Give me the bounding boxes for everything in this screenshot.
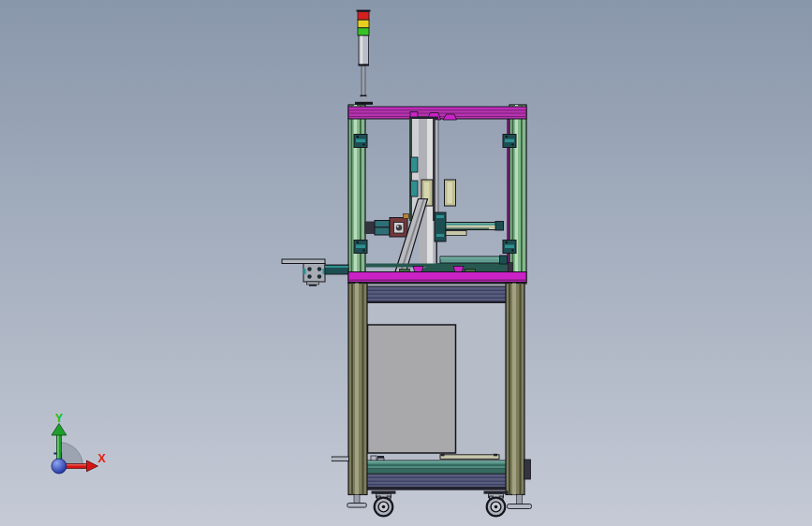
hinge-right-upper[interactable] — [503, 135, 516, 148]
foot-disc — [347, 504, 367, 508]
upper-left-post[interactable] — [348, 105, 365, 284]
beam-body — [365, 286, 508, 303]
rail-stripe — [446, 228, 489, 229]
column-rear-strip — [436, 120, 439, 219]
lower-right-post[interactable] — [506, 284, 524, 495]
rail-mount-detail — [436, 234, 444, 237]
sensor-block — [411, 157, 419, 172]
guide-bar-inner — [448, 183, 453, 204]
hinge-right-lower[interactable] — [503, 241, 516, 254]
beam-stripe — [365, 294, 508, 295]
shelf-part-cap — [377, 456, 384, 459]
leveling-foot-left[interactable] — [347, 495, 367, 508]
post-flute — [351, 284, 353, 495]
caster-plate — [372, 491, 396, 494]
upper-right-post[interactable] — [507, 105, 526, 284]
shelf-stripe — [365, 464, 508, 465]
sensor-block — [411, 181, 419, 197]
foot-stem — [517, 495, 523, 505]
hinge-detail — [356, 139, 365, 143]
camera-arm[interactable] — [364, 214, 409, 238]
stack-light-red-segment — [358, 12, 369, 21]
rail-stripe — [446, 224, 496, 226]
stack-light-green-segment — [358, 28, 369, 36]
table-under-highlight — [365, 285, 508, 286]
hinge-screw — [362, 143, 364, 145]
caster-axle — [382, 505, 386, 509]
beam-bottom-edge — [365, 488, 508, 490]
table-under-strip — [365, 283, 508, 285]
rail-arm-lower — [446, 231, 466, 236]
lower-frame[interactable] — [331, 284, 531, 495]
post-flute — [362, 284, 364, 495]
stack-light[interactable] — [355, 10, 373, 105]
hinge-screw — [506, 241, 508, 243]
hinge-screw — [511, 143, 513, 145]
outfeed-bracket — [307, 282, 319, 285]
orientation-triad[interactable]: Y X — [52, 412, 107, 475]
outfeed-arm[interactable] — [282, 259, 348, 286]
shelf-beam-lower — [365, 469, 508, 474]
outfeed-plate — [282, 259, 325, 264]
y-axis-head — [52, 424, 66, 436]
x-axis-label: X — [98, 452, 107, 465]
hinge-detail — [505, 245, 514, 249]
bolt — [317, 274, 321, 278]
post-flute — [360, 105, 362, 284]
enclosure-table-beam[interactable] — [348, 272, 526, 286]
foot-disc — [508, 504, 532, 509]
casters-and-feet[interactable] — [347, 491, 532, 517]
horizontal-rail[interactable] — [435, 212, 504, 241]
stack-light-yellow-segment — [358, 20, 369, 28]
left-rod — [332, 457, 349, 461]
caster-right[interactable] — [484, 491, 509, 517]
beam-bottom-edge — [365, 301, 508, 303]
outfeed-bracket-base — [309, 285, 317, 286]
post-flute — [520, 284, 522, 495]
outfeed-block — [303, 264, 325, 283]
control-cabinet[interactable] — [368, 325, 456, 453]
left-rod-tip — [331, 458, 333, 460]
bolt — [317, 267, 321, 270]
beam-stripe — [365, 298, 508, 299]
tray-highlight — [440, 257, 501, 259]
hinge-left-upper[interactable] — [354, 135, 367, 148]
origin-sphere[interactable] — [52, 459, 66, 474]
post-highlight — [354, 105, 357, 284]
outfeed-teal-tab — [303, 269, 306, 274]
post-flute — [509, 284, 510, 495]
stack-light-body — [359, 36, 369, 65]
x-axis-head — [87, 460, 98, 472]
post-flute — [512, 105, 514, 284]
beam-stripe — [365, 477, 508, 478]
outfeed-beam-stripe — [325, 266, 348, 268]
beam-stripe — [365, 484, 508, 485]
lower-left-post[interactable] — [348, 284, 367, 495]
camera-tab — [404, 214, 409, 219]
tan-bar-end — [441, 454, 445, 457]
camera-lens — [396, 225, 402, 230]
caster-left[interactable] — [372, 491, 396, 517]
cad-viewport[interactable]: Y X — [0, 0, 812, 526]
stack-light-ring — [359, 65, 370, 66]
bolt — [307, 267, 311, 270]
side-connector-box — [524, 460, 531, 479]
shelf-tan-bar — [440, 455, 499, 460]
post-highlight — [515, 105, 518, 284]
hinge-screw — [362, 249, 364, 251]
y-axis-label: Y — [55, 412, 64, 425]
beam-highlight — [348, 108, 526, 109]
leveling-foot-right[interactable] — [508, 495, 532, 509]
stack-light-stem — [362, 96, 367, 102]
hinge-detail — [356, 245, 365, 249]
caster-axle — [495, 505, 498, 509]
caster-plate — [484, 491, 509, 494]
hinge-left-lower[interactable] — [354, 241, 367, 254]
frame-top-beams — [365, 286, 508, 303]
stack-light-body-highlight — [361, 37, 363, 65]
rail-end-block — [495, 222, 504, 231]
beam-stripe — [365, 290, 508, 291]
vertical-actuator-assembly[interactable] — [364, 112, 513, 274]
arm-dark-block — [364, 222, 375, 235]
post-highlight — [355, 284, 359, 495]
